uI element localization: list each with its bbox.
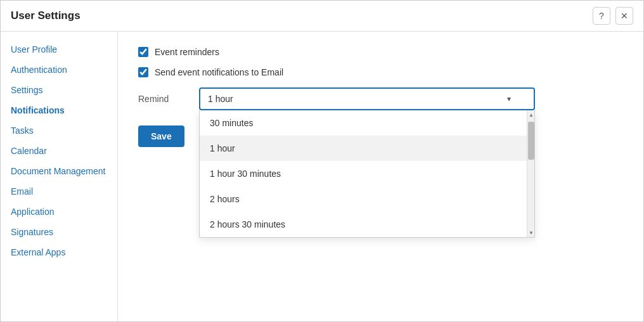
dropdown-option-30-min[interactable]: 30 minutes	[200, 110, 527, 136]
scrollbar-up-arrow[interactable]: ▲	[527, 110, 535, 119]
remind-row: Remind 1 hour ▾ 30 minutes 1 hour 1 hour…	[138, 87, 623, 110]
sidebar-item-document-management[interactable]: Document Management	[1, 161, 117, 181]
title-bar: User Settings ? ✕	[1, 1, 643, 32]
remind-selected-value: 1 hour	[208, 94, 233, 104]
scrollbar-down-arrow[interactable]: ▼	[527, 228, 535, 237]
sidebar-item-signatures[interactable]: Signatures	[1, 222, 117, 242]
event-reminders-checkbox[interactable]	[138, 47, 148, 57]
remind-label: Remind	[138, 94, 189, 104]
scrollbar-thumb[interactable]	[528, 122, 534, 160]
dropdown-option-1-hour[interactable]: 1 hour	[200, 136, 527, 161]
sidebar-item-settings[interactable]: Settings	[1, 80, 117, 100]
event-reminders-label[interactable]: Event reminders	[155, 47, 219, 57]
send-email-label[interactable]: Send event notifications to Email	[155, 67, 283, 77]
save-button[interactable]: Save	[138, 126, 184, 147]
help-button[interactable]: ?	[593, 7, 610, 25]
title-bar-actions: ? ✕	[593, 7, 633, 25]
send-email-row: Send event notifications to Email	[138, 67, 623, 77]
remind-dropdown-menu: 30 minutes 1 hour 1 hour 30 minutes 2 ho…	[199, 110, 535, 238]
dropdown-option-1-hour-30-min[interactable]: 1 hour 30 minutes	[200, 161, 527, 186]
sidebar-item-authentication[interactable]: Authentication	[1, 60, 117, 80]
sidebar-item-notifications[interactable]: Notifications	[1, 100, 117, 120]
dropdown-list: 30 minutes 1 hour 1 hour 30 minutes 2 ho…	[200, 110, 527, 237]
sidebar-item-calendar[interactable]: Calendar	[1, 141, 117, 161]
sidebar-item-external-apps[interactable]: External Apps	[1, 242, 117, 262]
user-settings-window: User Settings ? ✕ User Profile Authentic…	[0, 0, 644, 322]
close-button[interactable]: ✕	[615, 7, 633, 25]
send-email-checkbox[interactable]	[138, 67, 148, 77]
dropdown-scrollbar: ▲ ▼	[527, 110, 534, 237]
event-reminders-row: Event reminders	[138, 47, 623, 57]
chevron-down-icon: ▾	[507, 94, 511, 103]
sidebar-item-email[interactable]: Email	[1, 181, 117, 202]
window-title: User Settings	[11, 10, 80, 22]
sidebar-item-application[interactable]: Application	[1, 202, 117, 222]
dropdown-option-2-hours-30-min[interactable]: 2 hours 30 minutes	[200, 212, 527, 237]
sidebar-item-tasks[interactable]: Tasks	[1, 120, 117, 141]
sidebar: User Profile Authentication Settings Not…	[1, 32, 118, 321]
content-area: User Profile Authentication Settings Not…	[1, 32, 643, 321]
help-icon: ?	[599, 11, 604, 21]
sidebar-item-user-profile[interactable]: User Profile	[1, 39, 117, 60]
remind-dropdown-wrapper: 1 hour ▾ 30 minutes 1 hour 1 hour 30 min…	[199, 87, 535, 110]
close-icon: ✕	[621, 11, 628, 21]
remind-dropdown-trigger[interactable]: 1 hour ▾	[199, 87, 535, 110]
main-content: Event reminders Send event notifications…	[118, 32, 643, 321]
dropdown-option-2-hours[interactable]: 2 hours	[200, 186, 527, 212]
